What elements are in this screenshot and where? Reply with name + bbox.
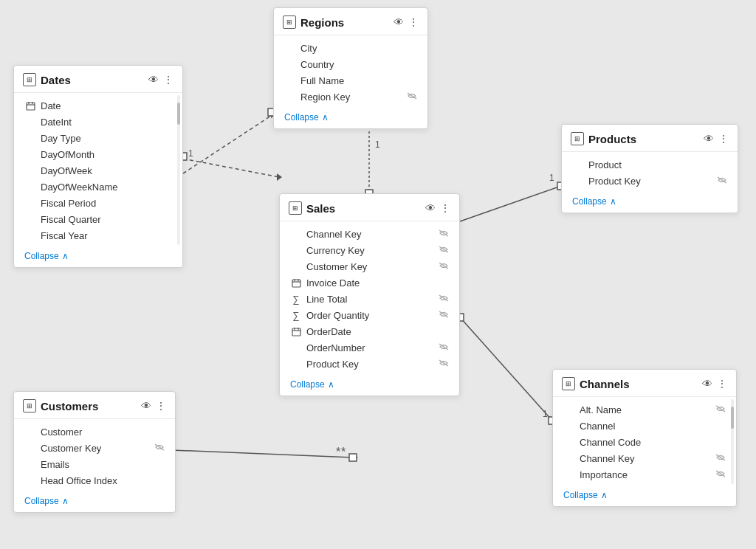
svg-rect-24 bbox=[349, 454, 357, 461]
no-icon-1 bbox=[24, 116, 36, 128]
customers-more-icon[interactable]: ⋮ bbox=[156, 400, 166, 412]
no-icon-ch1 bbox=[563, 404, 575, 415]
products-table-icon: ⊞ bbox=[571, 132, 584, 145]
field-dayofweekname: DayOfWeekName bbox=[14, 179, 182, 195]
products-collapse-arrow: ∧ bbox=[610, 196, 616, 207]
field-ordernumber: OrderNumber bbox=[280, 339, 459, 356]
regions-eye-icon[interactable]: 👁 bbox=[394, 16, 404, 28]
field-channelcode-name: Channel Code bbox=[580, 437, 726, 448]
dates-header-icons: 👁 ⋮ bbox=[148, 74, 173, 86]
products-header: ⊞ Products 👁 ⋮ bbox=[562, 125, 738, 152]
field-regionkey: Region Key bbox=[274, 89, 427, 105]
svg-text:*: * bbox=[336, 446, 340, 458]
no-icon-s7 bbox=[290, 342, 302, 353]
dates-scrollbar[interactable] bbox=[177, 95, 180, 245]
dates-collapse[interactable]: Collapse ∧ bbox=[14, 246, 182, 267]
regions-collapse-arrow: ∧ bbox=[322, 112, 329, 122]
customerkey-hidden-icon bbox=[439, 262, 449, 271]
svg-rect-34 bbox=[292, 280, 300, 287]
dates-more-icon[interactable]: ⋮ bbox=[163, 74, 173, 86]
regions-collapse-label: Collapse bbox=[284, 112, 319, 122]
sales-collapse[interactable]: Collapse ∧ bbox=[280, 375, 459, 396]
field-altname: Alt. Name bbox=[553, 401, 736, 418]
channels-collapse[interactable]: Collapse ∧ bbox=[553, 486, 736, 506]
dates-header: ⊞ Dates 👁 ⋮ bbox=[14, 66, 182, 93]
products-collapse[interactable]: Collapse ∧ bbox=[562, 192, 738, 213]
field-country: Country bbox=[274, 56, 427, 72]
products-more-icon[interactable]: ⋮ bbox=[718, 133, 729, 145]
channels-eye-icon[interactable]: 👁 bbox=[702, 378, 712, 390]
field-importance: Importance bbox=[553, 466, 736, 483]
channels-more-icon[interactable]: ⋮ bbox=[717, 378, 727, 390]
regions-collapse[interactable]: Collapse ∧ bbox=[274, 108, 427, 128]
sales-eye-icon[interactable]: 👁 bbox=[425, 202, 436, 214]
field-orderquantity: ∑ Order Quantity bbox=[280, 307, 459, 323]
field-dateint: DateInt bbox=[14, 114, 182, 130]
sales-header-icons: 👁 ⋮ bbox=[425, 202, 450, 214]
no-icon-c1 bbox=[24, 426, 36, 438]
field-customerkey-cust: Customer Key bbox=[14, 440, 175, 456]
field-fiscalyear: Fiscal Year bbox=[14, 227, 182, 244]
customers-table-icon: ⊞ bbox=[23, 399, 36, 412]
products-header-icons: 👁 ⋮ bbox=[704, 133, 729, 145]
products-eye-icon[interactable]: 👁 bbox=[704, 133, 714, 145]
field-dayofmonth: DayOfMonth bbox=[14, 146, 182, 162]
field-orderdate-name: OrderDate bbox=[306, 326, 449, 337]
regionkey-hidden-icon bbox=[407, 92, 417, 101]
field-date-name: Date bbox=[41, 100, 172, 111]
field-customer: Customer bbox=[14, 424, 175, 440]
regions-table-icon: ⊞ bbox=[283, 15, 296, 29]
regions-more-icon[interactable]: ⋮ bbox=[408, 16, 419, 28]
sigma-icon-s1: ∑ bbox=[290, 293, 302, 305]
no-icon-3 bbox=[24, 148, 36, 160]
no-icon-r2 bbox=[284, 58, 296, 70]
field-channel: Channel bbox=[553, 418, 736, 434]
svg-marker-1 bbox=[277, 173, 282, 181]
field-country-name: Country bbox=[300, 59, 417, 70]
channels-scrollbar[interactable] bbox=[731, 399, 734, 484]
dates-eye-icon[interactable]: 👁 bbox=[148, 74, 159, 86]
sales-more-icon[interactable]: ⋮ bbox=[440, 202, 450, 214]
regions-title: Regions bbox=[300, 16, 389, 29]
field-channel-name: Channel bbox=[580, 421, 726, 432]
field-customerkey-name: Customer Key bbox=[306, 261, 434, 272]
no-icon-p1 bbox=[572, 159, 584, 170]
field-dayofweek: DayOfWeek bbox=[14, 162, 182, 179]
sigma-icon-s2: ∑ bbox=[290, 309, 302, 321]
customers-eye-icon[interactable]: 👁 bbox=[141, 400, 151, 412]
svg-text:1: 1 bbox=[549, 173, 554, 183]
svg-line-16 bbox=[460, 317, 552, 421]
regions-header-icons: 👁 ⋮ bbox=[394, 16, 419, 28]
field-invoicedate-name: Invoice Date bbox=[306, 277, 449, 289]
customers-body: Customer Customer Key Emails Head Office… bbox=[14, 419, 175, 491]
field-altname-name: Alt. Name bbox=[580, 404, 711, 415]
channels-header-icons: 👁 ⋮ bbox=[702, 378, 727, 390]
field-customer-name: Customer bbox=[41, 427, 165, 438]
products-body: Product Product Key bbox=[562, 152, 738, 192]
channels-scrollbar-thumb bbox=[731, 407, 734, 429]
field-linetotal: ∑ Line Total bbox=[280, 291, 459, 307]
no-icon-r3 bbox=[284, 75, 296, 86]
regions-header: ⊞ Regions 👁 ⋮ bbox=[274, 8, 427, 35]
sales-table: ⊞ Sales 👁 ⋮ Channel Key Currency Key bbox=[279, 193, 460, 396]
no-icon-c2 bbox=[24, 442, 36, 454]
no-icon-ch3 bbox=[563, 436, 575, 448]
svg-line-0 bbox=[183, 159, 279, 177]
field-product-name: Product bbox=[588, 159, 727, 170]
field-regionkey-name: Region Key bbox=[300, 92, 402, 103]
calendar-icon bbox=[24, 100, 36, 111]
products-title: Products bbox=[588, 133, 699, 145]
field-channelkey: Channel Key bbox=[280, 226, 459, 242]
customers-collapse[interactable]: Collapse ∧ bbox=[14, 491, 175, 512]
diagram-canvas: 1 1 1 1 * * 1 ⊞ Da bbox=[0, 0, 756, 549]
no-icon-r1 bbox=[284, 42, 296, 54]
no-icon-c4 bbox=[24, 474, 36, 486]
productkey-sales-hidden-icon bbox=[439, 359, 449, 368]
regions-table: ⊞ Regions 👁 ⋮ City Country Full Name bbox=[273, 7, 428, 129]
field-city-name: City bbox=[300, 43, 417, 54]
linetotal-hidden-icon bbox=[439, 294, 449, 303]
channels-header: ⊞ Channels 👁 ⋮ bbox=[553, 370, 736, 397]
channels-collapse-label: Collapse bbox=[563, 490, 598, 500]
field-dateint-name: DateInt bbox=[41, 117, 172, 128]
no-icon-s1 bbox=[290, 228, 302, 240]
